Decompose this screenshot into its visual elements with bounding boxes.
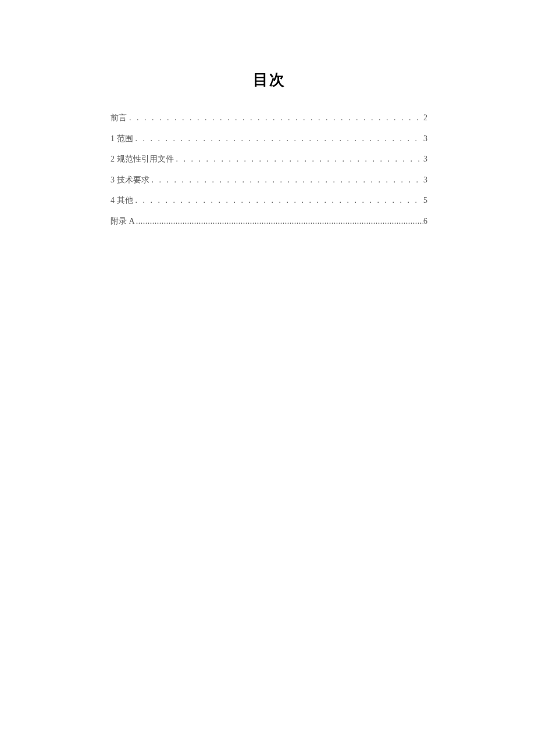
toc-title: 目次 [110, 70, 427, 90]
toc-leader-dots [133, 133, 424, 145]
toc-label: 1 范围 [110, 133, 133, 145]
toc-label: 3 技术要求 [110, 174, 149, 186]
toc-entry: 3 技术要求 3 [110, 174, 427, 186]
toc-page-number: 6 [423, 216, 427, 227]
toc-page-number: 5 [423, 195, 427, 206]
toc-label: 前言 [110, 112, 127, 124]
toc-leader-dots [135, 216, 423, 227]
toc-label: 附录 A [110, 216, 135, 227]
toc-leader-dots [133, 195, 424, 206]
toc-entry: 4 其他 5 [110, 195, 427, 206]
toc-label: 4 其他 [110, 195, 133, 206]
toc-leader-dots [127, 112, 423, 124]
toc-leader-dots [149, 174, 424, 186]
toc-page-number: 3 [423, 133, 427, 145]
toc-page-number: 2 [423, 112, 427, 124]
toc-leader-dots [174, 153, 424, 165]
toc-entry: 附录 A 6 [110, 216, 427, 227]
toc-page-number: 3 [423, 174, 427, 186]
toc-page-number: 3 [423, 153, 427, 165]
toc-entry: 2 规范性引用文件 3 [110, 153, 427, 165]
page-content: 目次 前言 2 1 范围 3 2 规范性引用文件 3 3 技术要求 3 4 其他… [0, 0, 535, 227]
toc-label: 2 规范性引用文件 [110, 153, 174, 165]
toc-entry: 1 范围 3 [110, 133, 427, 145]
toc-entry: 前言 2 [110, 112, 427, 124]
